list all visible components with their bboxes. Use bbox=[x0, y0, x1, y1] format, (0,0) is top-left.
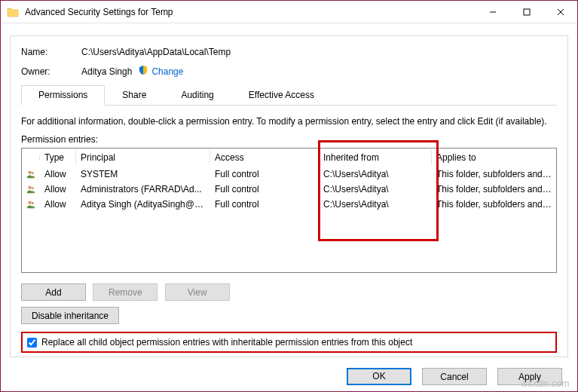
owner-label: Owner: bbox=[21, 66, 81, 77]
window-title: Advanced Security Settings for Temp bbox=[25, 7, 476, 17]
table-header: Type Principal Access Inherited from App… bbox=[22, 149, 556, 167]
table-row[interactable]: AllowAdministrators (FARRAD\Ad...Full co… bbox=[22, 182, 556, 197]
window-buttons bbox=[476, 1, 577, 23]
name-value: C:\Users\Aditya\AppData\Local\Temp bbox=[81, 47, 231, 57]
cancel-button[interactable]: Cancel bbox=[422, 368, 487, 385]
permission-table[interactable]: Type Principal Access Inherited from App… bbox=[21, 148, 557, 273]
cell-principal: SYSTEM bbox=[76, 167, 210, 181]
permission-entries-label: Permission entries: bbox=[21, 134, 557, 145]
window-frame: Advanced Security Settings for Temp Name… bbox=[0, 0, 578, 392]
disable-inheritance-row: Disable inheritance bbox=[21, 307, 557, 324]
cell-inherited: C:\Users\Aditya\ bbox=[319, 167, 432, 181]
change-owner-link[interactable]: Change bbox=[151, 66, 183, 77]
svg-point-7 bbox=[32, 187, 34, 189]
table-body: AllowSYSTEMFull controlC:\Users\Aditya\T… bbox=[22, 167, 556, 272]
cell-principal: Aditya Singh (AdityaSingh@o... bbox=[76, 198, 210, 211]
col-icon bbox=[22, 155, 40, 160]
cell-inherited: C:\Users\Aditya\ bbox=[319, 198, 432, 211]
cell-inherited: C:\Users\Aditya\ bbox=[319, 182, 432, 196]
remove-button: Remove bbox=[93, 283, 157, 301]
tab-strip: Permissions Share Auditing Effective Acc… bbox=[21, 85, 557, 106]
owner-value: Aditya Singh bbox=[81, 66, 132, 77]
replace-children-row: Replace all child object permission entr… bbox=[21, 332, 557, 353]
minimize-button[interactable] bbox=[476, 1, 509, 23]
table-wrapper: Type Principal Access Inherited from App… bbox=[21, 148, 557, 273]
cell-access: Full control bbox=[210, 182, 319, 196]
cell-applies: This folder, subfolders and files bbox=[432, 198, 556, 211]
cell-type: Allow bbox=[40, 182, 76, 196]
name-label: Name: bbox=[21, 47, 81, 57]
ok-button[interactable]: OK bbox=[347, 368, 411, 385]
svg-point-8 bbox=[28, 201, 32, 205]
replace-children-label: Replace all child object permission entr… bbox=[41, 337, 412, 348]
svg-point-6 bbox=[28, 186, 32, 190]
info-text: For additional information, double-click… bbox=[21, 116, 557, 127]
watermark: wsxdn.com bbox=[521, 378, 570, 389]
shield-icon bbox=[138, 65, 148, 78]
cell-type: Allow bbox=[40, 167, 76, 181]
disable-inheritance-button[interactable]: Disable inheritance bbox=[21, 307, 119, 324]
tab-effective-access[interactable]: Effective Access bbox=[231, 85, 332, 105]
cell-type: Allow bbox=[40, 198, 76, 211]
close-button[interactable] bbox=[543, 1, 577, 23]
cell-applies: This folder, subfolders and files bbox=[432, 182, 556, 196]
name-row: Name: C:\Users\Aditya\AppData\Local\Temp bbox=[21, 47, 557, 57]
tab-auditing[interactable]: Auditing bbox=[164, 85, 231, 105]
tab-permissions[interactable]: Permissions bbox=[21, 85, 105, 106]
owner-row: Owner: Aditya Singh Change bbox=[21, 65, 557, 78]
col-applies[interactable]: Applies to bbox=[432, 150, 556, 165]
col-inherited[interactable]: Inherited from bbox=[319, 150, 432, 165]
entry-buttons-row: Add Remove View bbox=[21, 283, 557, 301]
svg-point-5 bbox=[32, 172, 34, 174]
user-group-icon bbox=[22, 197, 40, 212]
titlebar: Advanced Security Settings for Temp bbox=[1, 1, 577, 23]
svg-point-4 bbox=[28, 171, 32, 175]
cell-applies: This folder, subfolders and files bbox=[432, 167, 556, 181]
folder-icon bbox=[7, 6, 19, 18]
user-group-icon bbox=[22, 167, 40, 182]
col-access[interactable]: Access bbox=[210, 150, 319, 165]
user-group-icon bbox=[22, 182, 40, 197]
col-principal[interactable]: Principal bbox=[76, 150, 210, 165]
table-row[interactable]: AllowSYSTEMFull controlC:\Users\Aditya\T… bbox=[22, 167, 556, 182]
cell-access: Full control bbox=[210, 167, 319, 181]
add-button[interactable]: Add bbox=[21, 283, 86, 301]
table-row[interactable]: AllowAditya Singh (AdityaSingh@o...Full … bbox=[22, 197, 556, 212]
content-panel: Name: C:\Users\Aditya\AppData\Local\Temp… bbox=[10, 35, 568, 357]
tab-share[interactable]: Share bbox=[105, 85, 164, 105]
cell-principal: Administrators (FARRAD\Ad... bbox=[76, 182, 210, 196]
svg-point-9 bbox=[32, 202, 34, 204]
maximize-button[interactable] bbox=[509, 1, 543, 23]
cell-access: Full control bbox=[210, 198, 319, 211]
view-button: View bbox=[165, 283, 230, 301]
svg-rect-1 bbox=[524, 9, 530, 15]
replace-children-checkbox[interactable] bbox=[27, 338, 37, 348]
col-type[interactable]: Type bbox=[40, 150, 76, 165]
